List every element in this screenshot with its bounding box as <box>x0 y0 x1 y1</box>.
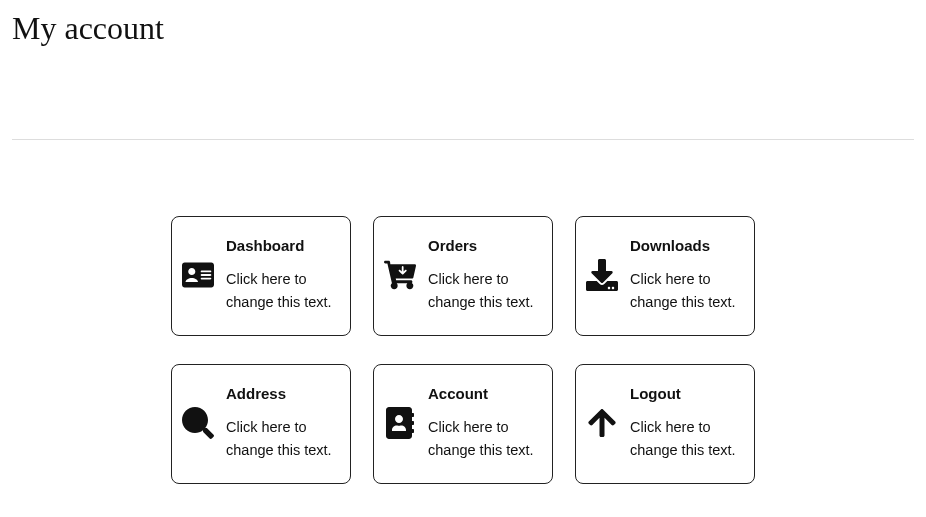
card-desc: Click here to change this text. <box>226 268 338 313</box>
card-title: Address <box>226 385 338 402</box>
search-location-icon <box>180 405 216 441</box>
card-desc: Click here to change this text. <box>630 268 742 313</box>
card-title: Logout <box>630 385 742 402</box>
card-downloads[interactable]: Downloads Click here to change this text… <box>575 216 755 336</box>
cart-arrow-down-icon <box>382 257 418 293</box>
arrow-up-icon <box>584 405 620 441</box>
card-logout[interactable]: Logout Click here to change this text. <box>575 364 755 484</box>
card-title: Downloads <box>630 237 742 254</box>
divider <box>12 139 914 140</box>
card-desc: Click here to change this text. <box>630 416 742 461</box>
card-desc: Click here to change this text. <box>428 268 540 313</box>
card-desc: Click here to change this text. <box>428 416 540 461</box>
id-card-icon <box>180 257 216 293</box>
address-book-icon <box>382 405 418 441</box>
card-orders[interactable]: Orders Click here to change this text. <box>373 216 553 336</box>
card-address[interactable]: Address Click here to change this text. <box>171 364 351 484</box>
card-title: Account <box>428 385 540 402</box>
card-title: Orders <box>428 237 540 254</box>
card-title: Dashboard <box>226 237 338 254</box>
download-icon <box>584 257 620 293</box>
account-cards-grid: Dashboard Click here to change this text… <box>12 216 914 484</box>
card-account[interactable]: Account Click here to change this text. <box>373 364 553 484</box>
card-desc: Click here to change this text. <box>226 416 338 461</box>
card-dashboard[interactable]: Dashboard Click here to change this text… <box>171 216 351 336</box>
page-title: My account <box>12 10 914 47</box>
